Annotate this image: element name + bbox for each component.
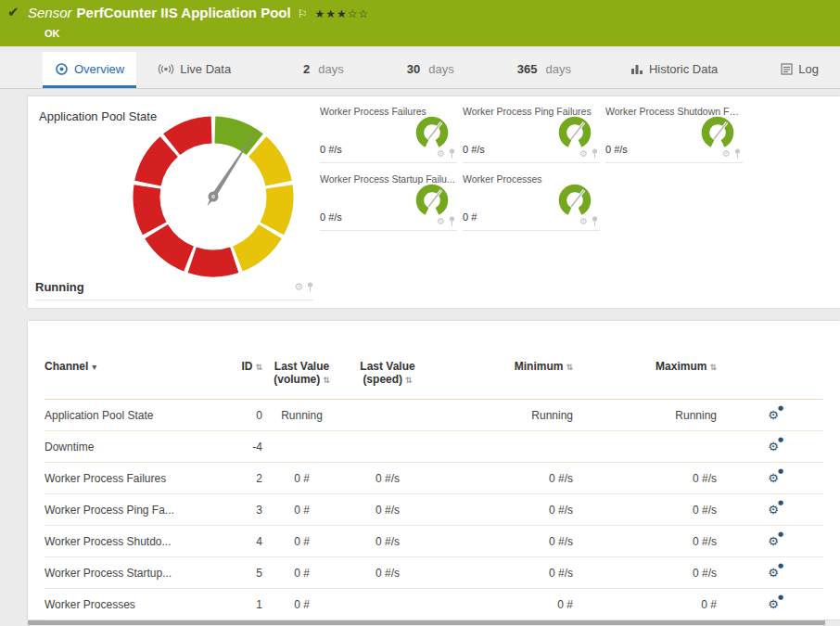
minimum-value: 0 #/s: [434, 526, 573, 557]
sort-icon: ⇅: [405, 376, 413, 385]
sensor-title: PerfCounter IIS Application Pool: [77, 5, 291, 20]
tab-365-days-word: days: [545, 62, 570, 76]
channel-table: Channel▾ ID⇅ Last Value (volume)⇅ Last V…: [45, 349, 823, 620]
tab-log[interactable]: Log: [769, 52, 831, 88]
channel-id: 0: [216, 400, 262, 431]
mini-gauge-dial: [555, 114, 594, 151]
maximum-value: 0 #/s: [573, 557, 717, 589]
pin-icon[interactable]: [449, 216, 455, 226]
channel-name[interactable]: Worker Process Shutdo...: [45, 526, 216, 557]
pin-icon[interactable]: [592, 148, 598, 159]
tab-log-label: Log: [798, 62, 819, 76]
gauge-settings-gear-icon[interactable]: ⚙: [294, 281, 303, 293]
mini-gauge-value: 0 #/s: [463, 144, 485, 155]
last-value-speed: 0 #/s: [341, 526, 434, 557]
channel-settings-gear-icon[interactable]: ⚙●: [768, 566, 779, 580]
channel-settings-gear-icon[interactable]: ⚙●: [768, 597, 779, 611]
table-row: Worker Process Failures 2 0 # 0 #/s 0 #/…: [45, 463, 823, 494]
table-row: Downtime -4 ⚙●: [45, 431, 823, 463]
table-row: Worker Process Startup... 5 0 # 0 #/s 0 …: [45, 557, 823, 589]
col-header-minimum[interactable]: Minimum⇅: [434, 349, 573, 400]
pin-icon[interactable]: [734, 148, 741, 159]
tile-gear-icon[interactable]: ⚙: [579, 148, 588, 159]
col-header-maximum[interactable]: Maximum⇅: [573, 349, 717, 400]
channel-id: 5: [216, 557, 262, 589]
flag-icon[interactable]: ⚐: [298, 7, 308, 20]
last-value-speed: [341, 431, 434, 463]
channel-name[interactable]: Worker Process Failures: [45, 463, 216, 494]
application-pool-state-gauge[interactable]: [121, 104, 306, 289]
mini-gauge-worker-process-failures[interactable]: Worker Process Failures 0 #/s ⚙: [320, 104, 457, 163]
channel-name[interactable]: Downtime: [45, 431, 216, 463]
channel-settings-gear-icon[interactable]: ⚙●: [768, 440, 779, 454]
last-value-speed: 0 #/s: [341, 463, 434, 494]
last-value-speed: [341, 400, 434, 431]
tab-365-days-number: 365: [517, 62, 538, 76]
col-header-id[interactable]: ID⇅: [216, 349, 262, 400]
tab-overview[interactable]: Overview: [43, 52, 136, 88]
channel-settings-gear-icon[interactable]: ⚙●: [768, 471, 779, 485]
channel-id: -4: [216, 431, 262, 463]
col-header-channel[interactable]: Channel▾: [45, 349, 216, 400]
mini-gauge-worker-processes[interactable]: Worker Processes 0 # ⚙: [463, 172, 600, 231]
priority-stars[interactable]: ★★★☆☆: [314, 7, 369, 20]
tab-2-days[interactable]: 2days: [291, 52, 356, 88]
last-value-volume: 0 #: [262, 557, 341, 589]
mini-gauge-worker-process-shutdown-failures[interactable]: Worker Process Shutdown Fa... 0 #/s ⚙: [605, 104, 743, 163]
tab-live-data-label: Live Data: [180, 62, 231, 76]
channel-name[interactable]: Worker Processes: [45, 589, 216, 620]
last-value-volume: 0 #: [262, 526, 341, 557]
tab-30-days-number: 30: [407, 62, 420, 76]
tile-gear-icon[interactable]: ⚙: [437, 148, 445, 159]
channel-settings-gear-icon[interactable]: ⚙●: [768, 503, 779, 517]
sort-icon: ⇅: [323, 376, 330, 385]
pin-icon[interactable]: [307, 282, 313, 292]
mini-gauge-worker-process-startup-failures[interactable]: Worker Process Startup Failu... 0 #/s ⚙: [320, 172, 457, 231]
mini-gauge-dial: [555, 182, 594, 219]
channel-settings-gear-icon[interactable]: ⚙●: [768, 534, 779, 548]
status-ok-check-icon: ✔: [7, 4, 19, 20]
historic-data-chart-icon: [630, 63, 643, 75]
maximum-value: 0 #: [573, 589, 717, 620]
mini-gauge-value: 0 #/s: [320, 144, 342, 155]
minimum-value: 0 #/s: [434, 463, 573, 494]
pin-icon[interactable]: [592, 216, 598, 226]
overview-gauges-panel: Application Pool State Running ⚙ Worker …: [28, 96, 840, 308]
maximum-value: 0 #/s: [573, 494, 717, 526]
tab-30-days-word: days: [428, 62, 453, 76]
minimum-value: 0 #/s: [434, 494, 573, 526]
maximum-value: Running: [573, 400, 717, 431]
last-value-volume: Running: [262, 400, 341, 431]
minimum-value: [434, 431, 573, 463]
last-value-speed: [341, 589, 434, 620]
channel-name[interactable]: Worker Process Ping Fa...: [45, 494, 216, 526]
live-data-broadcast-icon: [158, 63, 174, 75]
pin-icon[interactable]: [449, 148, 455, 159]
tab-live-data[interactable]: Live Data: [146, 52, 243, 88]
tab-2-days-number: 2: [303, 62, 310, 76]
channel-name[interactable]: Application Pool State: [45, 400, 216, 431]
channel-id: 4: [216, 526, 262, 557]
tab-historic-data-label: Historic Data: [649, 62, 718, 76]
tile-gear-icon[interactable]: ⚙: [437, 216, 445, 226]
primary-channel-value: Running: [35, 280, 84, 294]
last-value-volume: 0 #: [262, 463, 341, 494]
channel-settings-gear-icon[interactable]: ⚙●: [768, 408, 779, 422]
col-header-last-value-speed[interactable]: Last Value (speed)⇅: [341, 349, 434, 400]
maximum-value: 0 #/s: [573, 526, 717, 557]
channel-name[interactable]: Worker Process Startup...: [45, 557, 216, 589]
tab-30-days[interactable]: 30days: [395, 52, 466, 88]
tab-historic-data[interactable]: Historic Data: [618, 52, 730, 88]
mini-gauge-value: 0 #/s: [605, 144, 628, 155]
mini-gauge-worker-process-ping-failures[interactable]: Worker Process Ping Failures 0 #/s ⚙: [463, 104, 600, 163]
tab-2-days-word: days: [318, 62, 343, 76]
col-header-last-value-volume[interactable]: Last Value (volume)⇅: [262, 349, 341, 400]
overview-target-icon: [55, 62, 69, 76]
last-value-volume: 0 #: [262, 494, 341, 526]
primary-channel-footer: Running ⚙: [35, 280, 313, 300]
tile-gear-icon[interactable]: ⚙: [722, 148, 731, 159]
tab-365-days[interactable]: 365days: [505, 52, 583, 88]
horizontal-scrollbar[interactable]: [28, 620, 825, 625]
sort-icon: ⇅: [709, 363, 717, 372]
tile-gear-icon[interactable]: ⚙: [579, 216, 588, 226]
